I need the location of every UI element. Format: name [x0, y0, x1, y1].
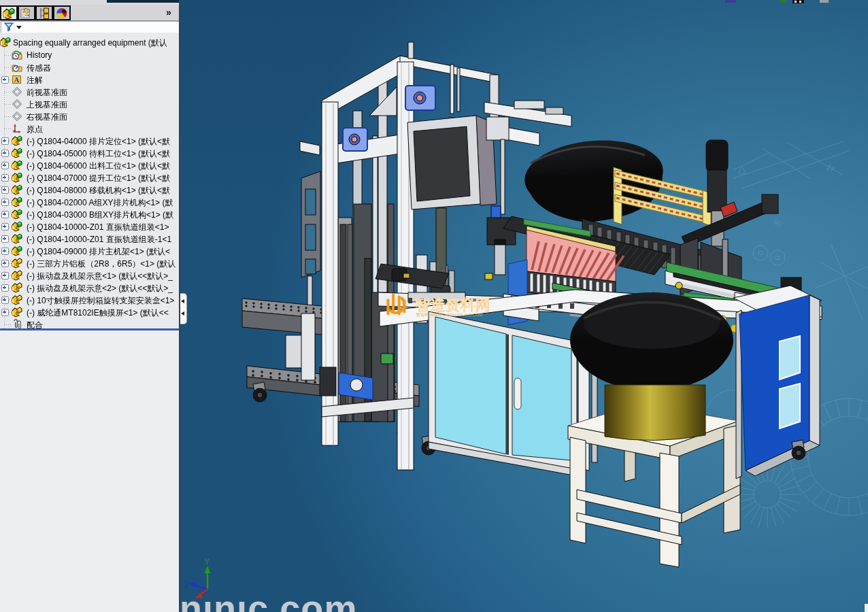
- svg-text:智造网 WWW.ZHIZAOZILIAO.COM: 智造网 WWW.ZHIZAOZILIAO.COM: [416, 312, 483, 318]
- svg-text:Y: Y: [205, 558, 210, 566]
- svg-text:90: 90: [772, 217, 784, 228]
- svg-text:智造资料网: 智造资料网: [415, 296, 490, 313]
- svg-text:Z: Z: [184, 581, 188, 589]
- svg-text:17: 17: [825, 163, 837, 174]
